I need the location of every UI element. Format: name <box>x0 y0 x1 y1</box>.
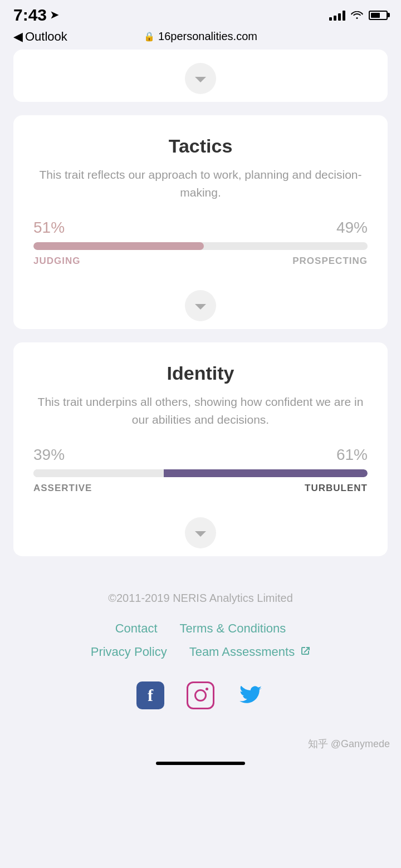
chevron-circle <box>185 63 216 94</box>
copyright-text: ©2011-2019 NERIS Analytics Limited <box>13 592 388 605</box>
expand-button-top[interactable] <box>33 55 368 102</box>
chevron-down-icon <box>195 77 206 82</box>
identity-card: Identity This trait underpins all others… <box>13 342 388 556</box>
footer-links-row1: Contact Terms & Conditions <box>13 621 388 636</box>
partial-card <box>13 50 388 102</box>
chevron-down-icon-tactics <box>195 304 206 310</box>
terms-link[interactable]: Terms & Conditions <box>180 621 286 636</box>
twitter-icon[interactable] <box>237 681 265 709</box>
team-assessments-link[interactable]: Team Assessments <box>189 645 311 659</box>
watermark: 知乎 @Ganymede <box>0 737 401 751</box>
home-bar <box>156 762 245 765</box>
tactics-description: This trait reflects our approach to work… <box>33 166 368 201</box>
tactics-trait-labels: JUDGING PROSPECTING <box>33 256 368 267</box>
back-button[interactable]: ◀ Outlook <box>13 30 67 44</box>
identity-right-label: TURBULENT <box>305 483 368 494</box>
instagram-icon[interactable] <box>187 681 214 709</box>
tactics-card: Tactics This trait reflects our approach… <box>13 115 388 329</box>
privacy-link[interactable]: Privacy Policy <box>91 645 167 659</box>
back-label: Outlook <box>25 30 67 44</box>
nav-bar: ◀ Outlook 🔒 16personalities.com <box>0 28 401 50</box>
identity-left-label: ASSERTIVE <box>33 483 92 494</box>
tactics-right-label: PROSPECTING <box>292 256 368 267</box>
footer: ©2011-2019 NERIS Analytics Limited Conta… <box>0 570 401 737</box>
footer-links-row2: Privacy Policy Team Assessments <box>13 645 388 659</box>
tactics-left-label: JUDGING <box>33 256 80 267</box>
main-content: Tactics This trait reflects our approach… <box>0 50 401 556</box>
chevron-circle-identity <box>185 517 216 548</box>
chevron-circle-tactics <box>185 290 216 321</box>
identity-trait-labels: ASSERTIVE TURBULENT <box>33 483 368 494</box>
location-icon: ➤ <box>50 9 58 21</box>
status-time: 7:43 ➤ <box>13 6 58 24</box>
url-bar: 🔒 16personalities.com <box>144 30 257 43</box>
chevron-down-icon-identity <box>195 531 206 537</box>
tactics-right-pct: 49% <box>336 219 368 237</box>
identity-bar <box>33 469 368 477</box>
tactics-bar <box>33 242 368 250</box>
identity-left-pct: 39% <box>33 446 65 464</box>
identity-pct-labels: 39% 61% <box>33 446 368 464</box>
identity-bar-right <box>164 469 368 477</box>
tactics-bar-fill <box>33 242 204 250</box>
identity-bar-left <box>33 469 164 477</box>
instagram-circle <box>194 689 207 702</box>
tactics-left-pct: 51% <box>33 219 65 237</box>
facebook-icon[interactable]: f <box>136 681 164 709</box>
social-icons: f <box>13 681 388 709</box>
url-text: 16personalities.com <box>158 30 257 43</box>
identity-description: This trait underpins all others, showing… <box>33 393 368 428</box>
status-icons <box>329 9 388 22</box>
external-link-icon <box>300 647 310 658</box>
identity-progress: 39% 61% ASSERTIVE TURBULENT <box>33 446 368 494</box>
wifi-icon <box>351 9 363 22</box>
status-bar: 7:43 ➤ <box>0 0 401 28</box>
identity-title: Identity <box>33 362 368 384</box>
back-arrow-icon: ◀ <box>13 30 23 44</box>
identity-right-pct: 61% <box>336 446 368 464</box>
expand-button-identity[interactable] <box>33 509 368 556</box>
contact-link[interactable]: Contact <box>115 621 158 636</box>
battery-icon <box>369 11 388 20</box>
expand-button-tactics[interactable] <box>33 282 368 329</box>
lock-icon: 🔒 <box>144 31 155 42</box>
tactics-progress: 51% 49% JUDGING PROSPECTING <box>33 219 368 267</box>
instagram-dot <box>206 688 208 690</box>
tactics-title: Tactics <box>33 135 368 157</box>
signal-icon <box>329 9 345 21</box>
tactics-pct-labels: 51% 49% <box>33 219 368 237</box>
home-indicator <box>0 756 401 774</box>
